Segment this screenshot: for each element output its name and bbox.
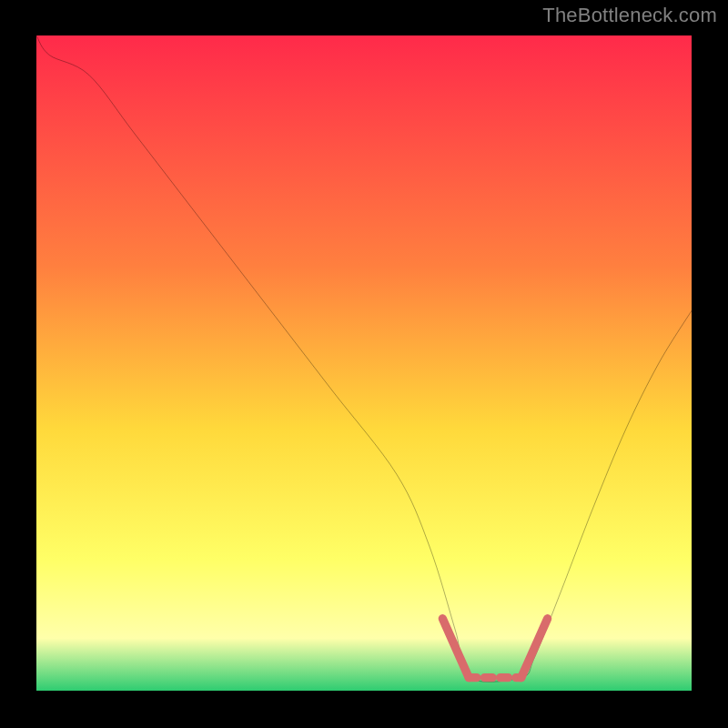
bottleneck-chart <box>36 35 692 691</box>
chart-container: TheBottleneck.com <box>0 0 728 728</box>
watermark-text: TheBottleneck.com <box>542 4 717 27</box>
